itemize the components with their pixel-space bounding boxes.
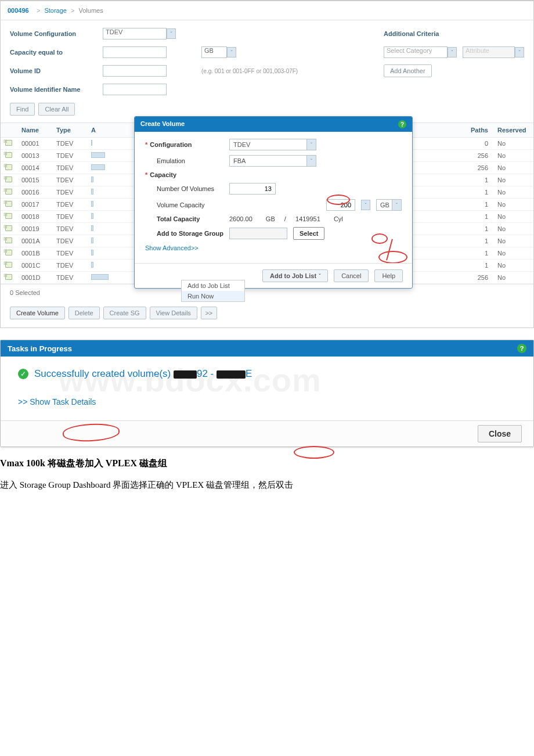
add-to-job-list-button[interactable]: Add to Job Listˇ (262, 269, 328, 282)
configuration-select[interactable]: TDEVˇ (229, 139, 316, 150)
article: Vmax 100k 将磁盘卷加入 VPLEX 磁盘组 进入 Storage Gr… (0, 447, 534, 492)
chevron-down-icon[interactable]: ˇ (227, 47, 236, 57)
volume-identifier-input[interactable] (103, 84, 167, 95)
col-name[interactable]: Name (17, 123, 52, 138)
chevron-down-icon[interactable]: ˇ (306, 156, 316, 166)
volume-capacity-input[interactable] (326, 199, 355, 211)
cell-paths: 1 (464, 186, 493, 199)
menu-add-to-job[interactable]: Add to Job List (182, 280, 244, 291)
cell-reserved: No (493, 138, 533, 150)
cell-reserved: No (493, 260, 533, 272)
help-button[interactable]: Help (374, 269, 403, 282)
cell-reserved: No (493, 272, 533, 284)
cell-name: 00001 (17, 138, 52, 150)
cell-name: 0001B (17, 247, 52, 260)
alloc-bar (91, 201, 93, 207)
chevron-down-icon[interactable]: ˇ (392, 200, 401, 210)
col-paths[interactable]: Paths (464, 123, 493, 138)
more-button[interactable]: >> (201, 307, 217, 319)
cell-paths: 256 (464, 150, 493, 162)
select-button[interactable]: Select (293, 227, 324, 240)
volume-icon (5, 225, 12, 231)
capacity-input[interactable] (103, 46, 167, 58)
capacity-unit-select[interactable]: GBˇ (376, 199, 402, 211)
cell-name: 0001D (17, 272, 52, 284)
breadcrumb-id[interactable]: 000496 (8, 7, 29, 14)
volume-config-select[interactable]: TDEV (103, 28, 167, 39)
alloc-bar (91, 189, 93, 195)
add-another-button[interactable]: Add Another (384, 64, 432, 77)
show-advanced-link[interactable]: Show Advanced>> (145, 244, 199, 251)
delete-button[interactable]: Delete (68, 307, 100, 319)
volume-icon (5, 189, 12, 195)
article-body: 进入 Storage Group Dashboard 界面选择正确的 VPLEX… (0, 478, 534, 492)
volume-identifier-label: Volume Identifier Name (10, 86, 97, 93)
cell-paths: 256 (464, 272, 493, 284)
tasks-title: Tasks in Progress (8, 344, 72, 353)
volume-icon (5, 177, 12, 182)
success-message: Successfully created volume(s) 92 - E (34, 368, 252, 380)
col-reserved[interactable]: Reserved (493, 123, 533, 138)
attribute-select: Attribute (463, 46, 515, 58)
volume-id-input[interactable] (103, 65, 167, 77)
chevron-down-icon[interactable]: ˇ (361, 200, 370, 210)
cell-type: TDEV (52, 138, 86, 150)
create-sg-button[interactable]: Create SG (103, 307, 146, 319)
chevron-down-icon[interactable]: ˇ (167, 28, 176, 39)
volume-icon (5, 237, 12, 243)
alloc-bar (91, 237, 93, 243)
num-volumes-input[interactable] (229, 183, 276, 195)
job-menu: Add to Job List Run Now (181, 280, 245, 302)
cell-paths: 1 (464, 235, 493, 247)
clear-all-button[interactable]: Clear All (38, 103, 75, 116)
help-icon[interactable]: ? (517, 344, 526, 353)
alloc-bar (91, 152, 105, 158)
col-type[interactable]: Type (52, 123, 86, 138)
breadcrumb-storage[interactable]: Storage (44, 7, 67, 14)
alloc-bar (91, 250, 93, 255)
emulation-select[interactable]: FBAˇ (229, 155, 316, 167)
cell-paths: 1 (464, 211, 493, 223)
menu-run-now[interactable]: Run Now (182, 291, 244, 301)
cell-name: 00018 (17, 211, 52, 223)
total-cyl-unit: Cyl (334, 215, 343, 222)
tasks-panel: Tasks in Progress ? www.bdocx.com ✓ Succ… (0, 340, 534, 447)
volume-icon (5, 274, 12, 280)
article-heading: Vmax 100k 将磁盘卷加入 VPLEX 磁盘组 (0, 458, 534, 470)
watermark: www.bdocx.com (59, 361, 322, 399)
capacity-label: Capacity (150, 171, 176, 178)
total-capacity-label: Total Capacity (145, 215, 223, 222)
additional-criteria-label: Additional Criteria (384, 30, 439, 37)
capacity-unit-select[interactable]: GB (201, 46, 227, 58)
help-icon[interactable]: ? (398, 120, 406, 128)
cell-reserved: No (493, 223, 533, 235)
cell-name: 00014 (17, 162, 52, 174)
volume-icon (5, 164, 12, 170)
cell-paths: 256 (464, 162, 493, 174)
emulation-label: Emulation (145, 157, 223, 164)
find-button[interactable]: Find (10, 103, 35, 116)
show-task-details-link[interactable]: >> Show Task Details (18, 397, 516, 406)
cell-type: TDEV (52, 223, 86, 235)
volume-icon (5, 140, 12, 146)
dialog-title: Create Volume (140, 120, 185, 128)
close-button[interactable]: Close (478, 425, 522, 442)
total-cyl-value: 1419951 (295, 215, 320, 222)
volume-icon (5, 152, 12, 158)
volume-icon (5, 262, 12, 268)
cell-type: TDEV (52, 150, 86, 162)
view-details-button[interactable]: View Details (150, 307, 197, 319)
add-sg-input[interactable] (229, 228, 287, 239)
category-select[interactable]: Select Category (384, 46, 448, 58)
main-area: Name Type A Paths Reserved 00001TDEV0No0… (1, 123, 533, 327)
cell-reserved: No (493, 211, 533, 223)
chevron-down-icon[interactable]: ˇ (448, 47, 457, 57)
breadcrumb-volumes: Volumes (78, 7, 103, 14)
create-volume-button[interactable]: Create Volume (10, 307, 65, 319)
cell-name: 00013 (17, 150, 52, 162)
num-volumes-label: Number Of Volumes (145, 185, 223, 192)
cancel-button[interactable]: Cancel (334, 269, 369, 282)
cell-paths: 1 (464, 199, 493, 211)
chevron-down-icon[interactable]: ˇ (306, 139, 316, 150)
alloc-bar (91, 164, 105, 170)
